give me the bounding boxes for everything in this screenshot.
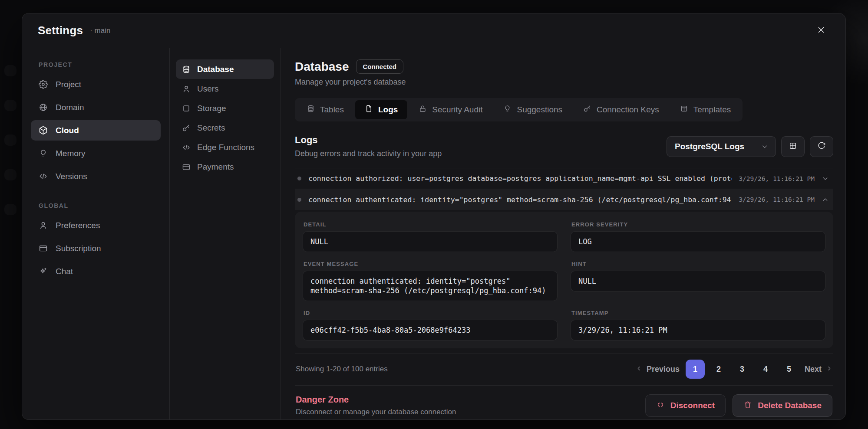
subnav-item-database[interactable]: Database — [176, 59, 274, 79]
logs-controls: PostgreSQL Logs — [667, 136, 833, 157]
logs-header: Logs Debug errors and track activity in … — [295, 134, 833, 158]
tab-label: Logs — [378, 105, 398, 115]
page-number-5[interactable]: 5 — [779, 360, 799, 379]
detail-field-value: NULL — [571, 271, 825, 291]
logs-header-text: Logs Debug errors and track activity in … — [295, 134, 442, 158]
nav-section-gap — [31, 189, 161, 202]
log-list: connection authorized: user=postgres dat… — [295, 168, 833, 210]
sidebar-item-domain[interactable]: Domain — [31, 97, 161, 118]
danger-zone-title: Danger Zone — [296, 395, 456, 405]
detail-field-value: LOG — [571, 231, 825, 252]
sidebar-item-label: Chat — [56, 267, 73, 276]
tab-label: Connection Keys — [597, 105, 659, 115]
modal-header: Settings · main — [22, 13, 845, 48]
delete-database-button[interactable]: Delete Database — [733, 394, 832, 417]
close-icon — [816, 25, 826, 36]
log-level-dot — [297, 177, 301, 180]
danger-zone-text: Danger Zone Disconnect or manage your da… — [296, 395, 456, 416]
person-icon — [182, 85, 191, 93]
lock-icon — [419, 105, 427, 115]
tab-templates[interactable]: Templates — [670, 100, 741, 119]
page-title: Database — [295, 60, 349, 74]
settings-sidebar: PROJECTProjectDomainCloudMemoryVersionsG… — [22, 48, 170, 419]
square-icon — [182, 104, 191, 113]
chevron-down-icon — [822, 175, 829, 182]
detail-field-detail: DETAILNULL — [303, 219, 558, 252]
sidebar-item-label: Subscription — [56, 244, 101, 253]
nav-section-label: PROJECT — [39, 61, 161, 68]
detail-field-label: HINT — [571, 261, 825, 267]
sidebar-item-project[interactable]: Project — [31, 74, 161, 95]
key-icon — [583, 105, 591, 115]
page-number-3[interactable]: 3 — [733, 360, 752, 379]
logs-subtitle: Debug errors and track activity in your … — [295, 149, 442, 158]
subnav-item-label: Payments — [197, 162, 234, 172]
refresh-icon — [817, 141, 826, 152]
sidebar-item-cloud[interactable]: Cloud — [31, 120, 161, 141]
previous-page-button[interactable]: Previous — [636, 365, 680, 374]
detail-field-label: TIMESTAMP — [571, 310, 825, 316]
tab-label: Tables — [320, 105, 344, 115]
tab-suggestions[interactable]: Suggestions — [494, 100, 572, 119]
code-icon — [182, 143, 191, 152]
sidebar-item-label: Domain — [56, 103, 84, 112]
tab-label: Templates — [693, 105, 731, 115]
chevron-left-icon — [636, 365, 642, 374]
refresh-button[interactable] — [810, 136, 833, 157]
sidebar-item-label: Cloud — [56, 126, 79, 135]
disconnect-button[interactable]: Disconnect — [645, 394, 726, 417]
log-row[interactable]: connection authorized: user=postgres dat… — [295, 168, 833, 189]
detail-field-value: e06cff42-f5b5-4ba8-80a5-2068e9f64233 — [303, 320, 558, 341]
danger-actions: Disconnect Delete Database — [645, 394, 832, 417]
subnav-item-label: Database — [197, 65, 234, 74]
tab-label: Suggestions — [517, 105, 562, 115]
detail-field-hint: HINTNULL — [571, 259, 825, 301]
pagination-controls: Previous 12345 Next — [636, 360, 832, 379]
templates-icon — [680, 105, 688, 115]
page-header: Database Connected — [295, 59, 833, 74]
grid-view-button[interactable] — [781, 136, 805, 157]
database-tabs: TablesLogsSecurity AuditSuggestionsConne… — [295, 98, 743, 121]
background-blob — [4, 134, 17, 146]
tab-security-audit[interactable]: Security Audit — [409, 100, 492, 119]
detail-field-label: EVENT MESSAGE — [304, 261, 558, 267]
page-number-4[interactable]: 4 — [756, 360, 775, 379]
subnav-item-storage[interactable]: Storage — [176, 98, 274, 118]
sidebar-item-chat[interactable]: Chat — [31, 261, 161, 282]
sidebar-item-versions[interactable]: Versions — [31, 166, 161, 187]
subnav-item-edge-functions[interactable]: Edge Functions — [176, 138, 274, 157]
background-blob — [4, 65, 17, 76]
unlink-icon — [656, 400, 665, 411]
lightbulb-icon — [39, 149, 48, 158]
sidebar-item-subscription[interactable]: Subscription — [31, 238, 161, 259]
danger-zone-subtitle: Disconnect or manage your database conne… — [296, 408, 456, 416]
sparkle-icon — [39, 267, 48, 276]
close-button[interactable] — [812, 22, 830, 39]
modal-body: PROJECTProjectDomainCloudMemoryVersionsG… — [22, 48, 845, 419]
next-page-button[interactable]: Next — [805, 365, 832, 374]
log-type-select[interactable]: PostgreSQL Logs — [667, 136, 776, 157]
page-subtitle: Manage your project's database — [295, 78, 833, 87]
page-number-1[interactable]: 1 — [686, 360, 705, 379]
pagination: Showing 1-20 of 100 entries Previous 123… — [295, 354, 833, 384]
tab-logs[interactable]: Logs — [355, 100, 407, 119]
subnav-item-payments[interactable]: Payments — [176, 157, 274, 177]
nav-section-label: GLOBAL — [39, 202, 161, 209]
gear-icon — [39, 80, 48, 89]
background-blob — [4, 204, 17, 215]
sidebar-item-preferences[interactable]: Preferences — [31, 215, 161, 236]
subnav-item-label: Users — [197, 84, 219, 94]
subnav-item-users[interactable]: Users — [176, 79, 274, 98]
detail-field-label: ERROR SEVERITY — [571, 221, 825, 228]
danger-zone: Danger Zone Disconnect or manage your da… — [295, 385, 833, 419]
log-row[interactable]: connection authenticated: identity="post… — [295, 189, 833, 210]
subnav-item-secrets[interactable]: Secrets — [176, 118, 274, 138]
tab-connection-keys[interactable]: Connection Keys — [574, 100, 669, 119]
tab-tables[interactable]: Tables — [297, 100, 353, 119]
cloud-subnav: DatabaseUsersStorageSecretsEdge Function… — [170, 48, 281, 419]
trash-icon — [743, 400, 752, 411]
lightbulb-icon — [503, 105, 512, 115]
page-number-2[interactable]: 2 — [709, 360, 728, 379]
sidebar-item-memory[interactable]: Memory — [31, 143, 161, 164]
background-blob — [4, 100, 17, 111]
